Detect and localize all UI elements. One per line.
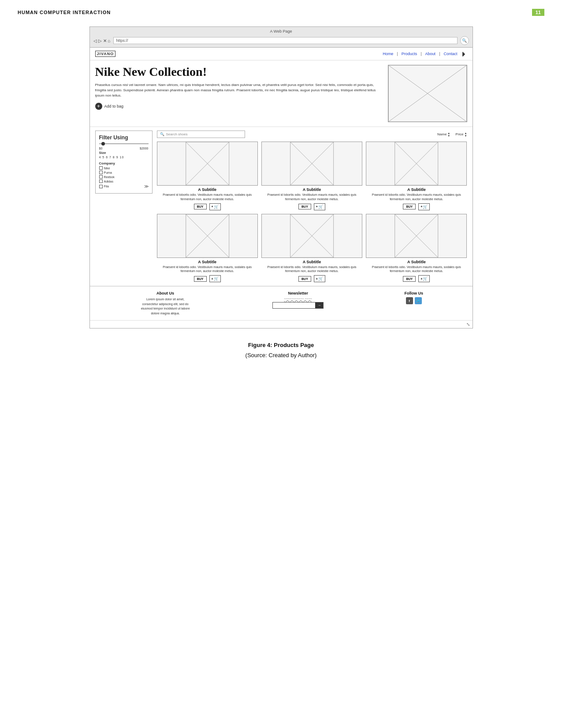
price-slider[interactable] (99, 143, 149, 144)
cart-button-3[interactable]: + 🛒 (418, 203, 430, 210)
company-item-puma[interactable]: Puma (99, 171, 149, 174)
checkbox-adidas[interactable] (99, 179, 103, 183)
hero-title: Nike New Collection! (95, 65, 383, 79)
search-icon: 🔍 (160, 132, 164, 136)
nav-home-icon[interactable]: ⌂ (108, 38, 111, 43)
sort-price-button[interactable]: Price ▲▼ (455, 132, 467, 137)
search-box[interactable]: 🔍 Search shoes (157, 131, 245, 138)
figure-caption-source: (Source: Created by Author) (18, 352, 544, 358)
newsletter-input[interactable] (273, 302, 315, 308)
nav-link-home[interactable]: Home (383, 52, 393, 56)
nav-separator-3: | (439, 52, 440, 56)
product-desc-2: Praesent id lobortis odio. Vestibulum ma… (261, 193, 362, 202)
website-content: JIVANO Home | Products | About | Contact… (90, 48, 473, 328)
footer-about: About Us Lorem ipsum dolor sit amet, con… (139, 291, 192, 316)
buy-button-3[interactable]: BUY (403, 204, 416, 209)
figure-caption-title: Figure 4: Products Page (18, 342, 544, 348)
more-icon[interactable]: ≫ (144, 184, 149, 189)
cart-button-2[interactable]: + 🛒 (314, 203, 325, 210)
plus-icon-6: + (421, 277, 422, 280)
product-actions-5: BUY + 🛒 (261, 275, 362, 282)
price-slider-thumb[interactable] (101, 142, 105, 146)
company-item-fila[interactable]: Fila ≫ (99, 184, 149, 189)
product-subtitle-2: A Subtitle (261, 187, 362, 192)
nav-close-icon[interactable]: ✕ (103, 38, 107, 43)
company-item-adidas[interactable]: Adidas (99, 179, 149, 183)
nav-separator: | (397, 52, 398, 56)
facebook-icon[interactable]: f (406, 297, 413, 304)
footer-about-text: Lorem ipsum dolor sit amet, consectetur … (139, 297, 192, 316)
company-item-reebok[interactable]: Reebok (99, 175, 149, 179)
product-subtitle-5: A Subtitle (261, 260, 362, 264)
sort-controls: Name ▲▼ Price ▲▼ (437, 132, 467, 137)
page-header: HUMAN COMPUTER INTERACTION 11 (18, 9, 544, 18)
footer-about-title: About Us (139, 291, 192, 295)
svg-line-19 (395, 214, 438, 258)
company-item-nike[interactable]: Nike (99, 166, 149, 170)
nav-link-about[interactable]: About (425, 52, 436, 56)
checkbox-nike[interactable] (99, 166, 103, 170)
add-to-bag-button[interactable]: + Add to bag (95, 103, 383, 110)
sort-name-arrows: ▲▼ (447, 132, 450, 137)
address-bar[interactable] (113, 37, 458, 44)
plus-icon-3: + (421, 205, 422, 208)
svg-line-13 (186, 214, 229, 258)
nav-back-icon[interactable]: ◁ (93, 38, 97, 43)
buy-button-2[interactable]: BUY (298, 204, 311, 209)
product-image-2 (261, 142, 362, 186)
plus-icon-2: + (316, 205, 318, 208)
nav-link-contact[interactable]: Contact (443, 52, 457, 56)
footer-follow: Follow Us f 🐦 (404, 291, 423, 304)
site-nav: JIVANO Home | Products | About | Contact… (90, 48, 473, 60)
browser-search-icon[interactable]: 🔍 (460, 36, 469, 45)
product-actions-3: BUY + 🛒 (366, 203, 467, 210)
company-name-nike: Nike (104, 167, 110, 170)
nav-right-icon: ⏵ (461, 50, 467, 57)
filter-sidebar: Filter Using $0 $2000 Size 4 5 6 7 8 9 1… (95, 131, 153, 194)
cart-button-5[interactable]: + 🛒 (314, 275, 325, 282)
sort-name-button[interactable]: Name ▲▼ (437, 132, 450, 137)
buy-button-4[interactable]: BUY (194, 276, 207, 282)
plus-icon-4: + (212, 277, 213, 280)
newsletter-decoration: ~~~~~~~~~~~ ~~~~ (272, 297, 324, 300)
checkbox-fila[interactable] (99, 185, 103, 188)
product-subtitle-1: A Subtitle (157, 187, 258, 192)
page-number: 11 (532, 9, 544, 16)
cart-icon-3: 🛒 (423, 205, 428, 209)
svg-line-4 (186, 142, 229, 185)
product-image-1 (157, 142, 258, 186)
product-desc-3: Praesent id lobortis odio. Vestibulum ma… (366, 193, 467, 202)
social-icons: f 🐦 (404, 297, 423, 304)
products-area: Filter Using $0 $2000 Size 4 5 6 7 8 9 1… (90, 127, 473, 286)
size-label: Size (99, 151, 149, 155)
svg-rect-6 (290, 142, 333, 185)
checkbox-reebok[interactable] (99, 175, 103, 179)
product-actions-2: BUY + 🛒 (261, 203, 362, 210)
cart-button-4[interactable]: + 🛒 (209, 275, 221, 282)
nav-separator-2: | (421, 52, 421, 56)
buy-button-6[interactable]: BUY (403, 276, 416, 282)
nav-link-products[interactable]: Products (402, 52, 417, 56)
sort-price-arrows: ▲▼ (465, 132, 467, 137)
twitter-icon[interactable]: 🐦 (415, 297, 422, 304)
product-grid: A Subtitle Praesent id lobortis odio. Ve… (157, 142, 467, 282)
plus-icon-1: + (212, 205, 213, 208)
products-grid-area: 🔍 Search shoes Name ▲▼ Price (157, 131, 467, 282)
company-name-puma: Puma (104, 171, 112, 174)
cart-icon-4: 🛒 (214, 276, 219, 281)
nav-forward-icon[interactable]: ▷ (98, 38, 102, 43)
buy-button-5[interactable]: BUY (298, 276, 311, 282)
product-subtitle-6: A Subtitle (366, 260, 467, 264)
cart-button-6[interactable]: + 🛒 (418, 275, 430, 282)
svg-line-10 (395, 142, 438, 185)
svg-line-16 (290, 214, 333, 258)
cart-button-1[interactable]: + 🛒 (209, 203, 221, 210)
checkbox-puma[interactable] (99, 171, 103, 174)
svg-rect-9 (395, 142, 438, 185)
product-image-3 (366, 142, 467, 186)
newsletter-submit-button[interactable]: → (315, 302, 323, 308)
newsletter-form: → (272, 302, 324, 309)
svg-rect-18 (395, 214, 438, 258)
buy-button-1[interactable]: BUY (194, 204, 207, 209)
price-max: $2000 (140, 147, 148, 150)
